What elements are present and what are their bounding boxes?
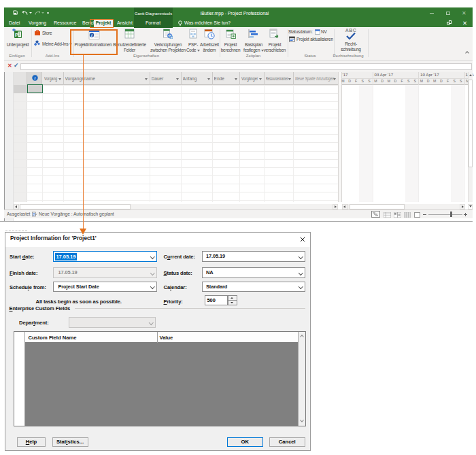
- svg-text:i: i: [34, 75, 35, 80]
- svg-text:P: P: [15, 32, 18, 38]
